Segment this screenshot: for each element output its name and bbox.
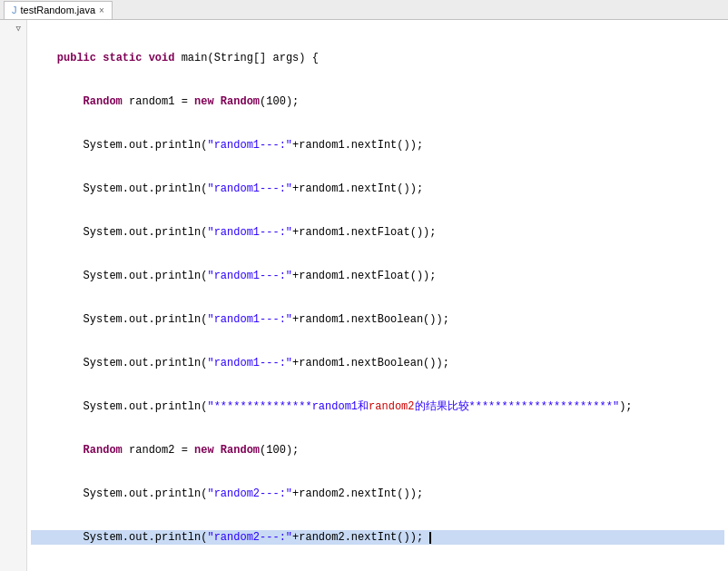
code-line: System.out.println("random1---:"+random1… xyxy=(31,356,724,370)
editor-panel: J testRandom.java × ▽ public static void… xyxy=(0,0,728,571)
editor-tab-bar: J testRandom.java × xyxy=(0,0,728,20)
code-line: System.out.println("random1---:"+random1… xyxy=(31,182,724,196)
code-line: System.out.println("random1---:"+random1… xyxy=(31,312,724,327)
code-line: Random random1 = new Random(100); xyxy=(31,94,724,109)
code-editor[interactable]: public static void main(String[] args) {… xyxy=(27,20,728,571)
code-line: System.out.println("***************rando… xyxy=(31,399,724,414)
code-line-active: System.out.println("random2---:"+random2… xyxy=(31,530,724,545)
code-line: System.out.println("random1---:"+random1… xyxy=(31,138,724,153)
collapse-arrow[interactable]: ▽ xyxy=(16,22,23,36)
editor-tab-close[interactable]: × xyxy=(99,5,104,15)
code-line: System.out.println("random1---:"+random1… xyxy=(31,269,724,283)
code-line: System.out.println("random2---:"+random2… xyxy=(31,487,724,501)
editor-tab[interactable]: J testRandom.java × xyxy=(4,1,113,19)
line-gutter: ▽ xyxy=(0,20,27,571)
editor-tab-label: testRandom.java xyxy=(21,5,96,15)
editor-body: ▽ public static void main(String[] args)… xyxy=(0,20,728,571)
code-line: public static void main(String[] args) { xyxy=(31,51,724,65)
code-line: Random random2 = new Random(100); xyxy=(31,443,724,458)
code-line: System.out.println("random1---:"+random1… xyxy=(31,225,724,240)
java-file-icon: J xyxy=(12,5,17,15)
